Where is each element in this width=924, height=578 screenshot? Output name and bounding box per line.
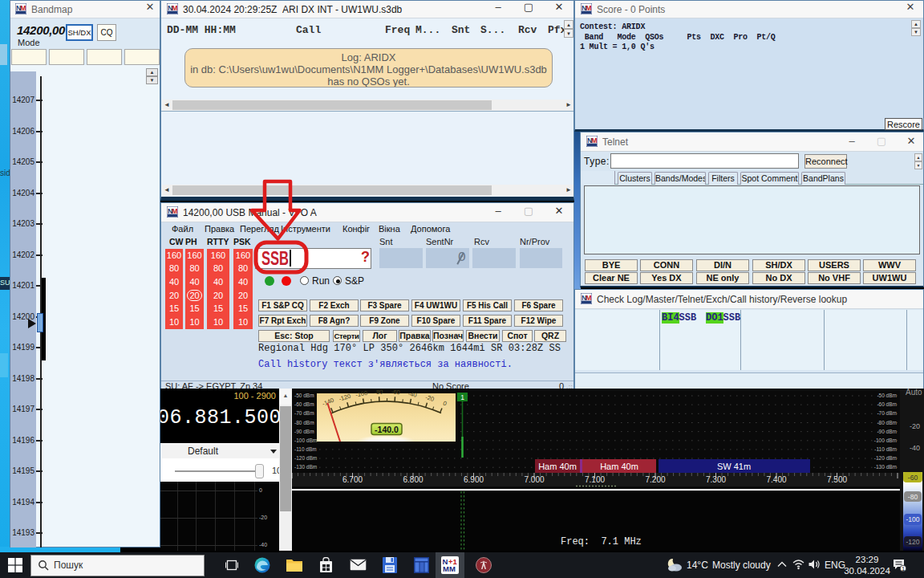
- svg-text:Ham 40m: Ham 40m: [600, 462, 638, 471]
- svg-text:-120 dBm: -120 dBm: [874, 455, 897, 461]
- svg-text:-120 dBm: -120 dBm: [294, 455, 317, 461]
- svg-text:-100 dBm: -100 dBm: [874, 438, 897, 443]
- svg-text:1: 1: [460, 393, 464, 401]
- svg-text:M: M: [591, 136, 597, 144]
- svg-text:-50 dBm: -50 dBm: [294, 393, 314, 398]
- svg-text:Ham 40m: Ham 40m: [538, 462, 577, 471]
- svg-text:M: M: [586, 4, 591, 12]
- svg-text:-140.0: -140.0: [375, 425, 399, 434]
- svg-text:-100 dBm: -100 dBm: [294, 438, 317, 443]
- svg-text:M: M: [172, 4, 177, 12]
- svg-text:-60: -60: [908, 474, 918, 482]
- svg-text:7.000: 7.000: [524, 475, 544, 484]
- svg-text:-20: -20: [910, 422, 920, 430]
- svg-text:7.200: 7.200: [645, 475, 665, 484]
- svg-text:-120: -120: [906, 538, 919, 546]
- svg-text:-130 dBm: -130 dBm: [874, 464, 897, 470]
- svg-text:-80: -80: [908, 493, 918, 501]
- svg-text:7.300: 7.300: [706, 475, 726, 484]
- svg-text:SW 41m: SW 41m: [717, 462, 751, 471]
- svg-text:-50 dBm: -50 dBm: [877, 393, 897, 398]
- svg-text:MM: MM: [443, 564, 456, 573]
- svg-text:-70 dBm: -70 dBm: [877, 410, 897, 416]
- svg-text:M: M: [20, 4, 26, 12]
- svg-text:-60 dBm: -60 dBm: [294, 401, 314, 407]
- svg-text:M: M: [586, 294, 591, 302]
- svg-text:-80 dBm: -80 dBm: [877, 420, 897, 425]
- svg-text:Auto: Auto: [906, 389, 922, 397]
- svg-text:M: M: [172, 207, 177, 215]
- svg-text:6.800: 6.800: [403, 475, 423, 484]
- svg-text:-60 dBm: -60 dBm: [877, 401, 897, 407]
- svg-text:6.700: 6.700: [342, 475, 363, 484]
- svg-text:-70 dBm: -70 dBm: [294, 410, 314, 416]
- svg-text:Freq: 7.1 MHz: Freq: 7.1 MHz: [561, 536, 642, 547]
- svg-text:7.400: 7.400: [766, 475, 786, 484]
- svg-text:-60: -60: [391, 389, 400, 396]
- svg-text:-110 dBm: -110 dBm: [874, 446, 897, 452]
- svg-text:-100: -100: [906, 515, 919, 523]
- svg-text:7.500: 7.500: [827, 475, 847, 484]
- svg-text:-90 dBm: -90 dBm: [294, 429, 314, 434]
- svg-text:-90 dBm: -90 dBm: [877, 429, 897, 434]
- svg-text:-40: -40: [910, 444, 920, 452]
- svg-text:-130 dBm: -130 dBm: [294, 464, 317, 470]
- svg-text:7.100: 7.100: [585, 475, 605, 484]
- svg-text:-110 dBm: -110 dBm: [294, 446, 317, 452]
- svg-text:6.900: 6.900: [464, 475, 484, 484]
- svg-text:-80 dBm: -80 dBm: [294, 420, 314, 425]
- svg-text:-80: -80: [374, 389, 383, 396]
- svg-text:1: 1: [902, 565, 905, 572]
